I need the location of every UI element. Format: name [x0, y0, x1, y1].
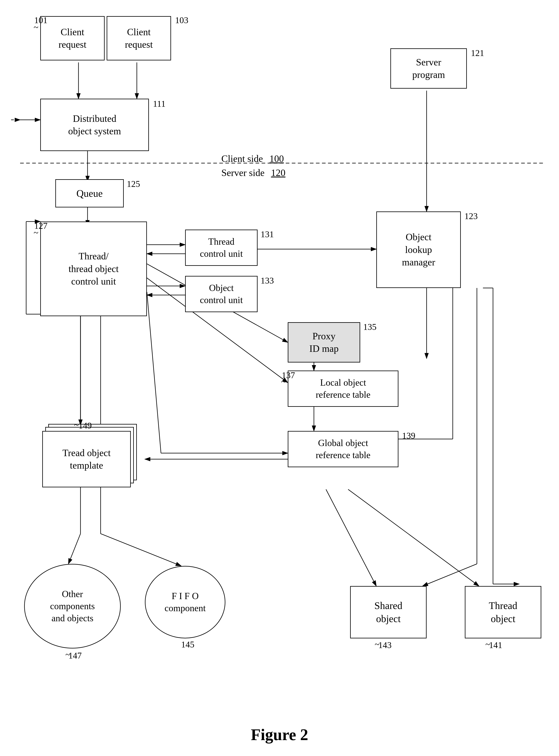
thread-object-box: Threadobject [465, 586, 541, 639]
local-object-ref-tilde: ~ [281, 376, 286, 387]
local-object-ref-table-box: Local objectreference table [288, 370, 398, 407]
svg-line-26 [326, 489, 376, 586]
queue-box: Queue [55, 179, 124, 208]
client-request-1-tilde: ~ [33, 22, 39, 33]
svg-line-27 [348, 489, 479, 586]
proxy-id-map-box: ProxyID map [288, 322, 360, 363]
other-components-tilde: ~ [65, 649, 70, 660]
fifo-component-label: F I F Ocomponent [164, 590, 206, 614]
tread-object-template-label: Tread objecttemplate [62, 447, 111, 472]
shared-object-label: Sharedobject [375, 599, 402, 625]
object-lookup-manager-label: Objectlookupmanager [402, 231, 435, 268]
object-lookup-manager-box: Objectlookupmanager [376, 212, 461, 288]
local-object-ref-table-label: Local objectreference table [316, 376, 371, 401]
thread-object-label: Threadobject [489, 599, 517, 625]
client-request-1-box: Clientrequest [40, 16, 105, 60]
client-side-ref: 100 [269, 153, 284, 164]
thread-thread-tilde: ~ [33, 228, 39, 238]
other-components-ellipse: Othercomponentsand objects [24, 564, 121, 648]
shared-object-box: Sharedobject [350, 586, 427, 639]
client-request-2-label: Clientrequest [125, 26, 153, 51]
server-side-label: Server side 120 [221, 167, 286, 178]
tread-object-template-box: Tread objecttemplate [42, 431, 131, 487]
object-control-unit-label: Objectcontrol unit [200, 282, 243, 306]
distributed-object-system-box: Distributedobject system [40, 99, 149, 151]
global-object-ref-ref: 139 [402, 431, 415, 441]
proxy-id-map-label: ProxyID map [309, 330, 338, 355]
svg-line-20 [147, 292, 161, 453]
client-request-2-ref: 103 [175, 15, 188, 25]
global-object-ref-table-label: Global objectreference table [316, 437, 371, 461]
fifo-component-ellipse: F I F Ocomponent [145, 566, 225, 639]
queue-label: Queue [76, 187, 103, 200]
object-lookup-ref: 123 [465, 211, 478, 221]
proxy-id-map-ref: 135 [363, 322, 377, 332]
queue-ref: 125 [127, 179, 140, 189]
thread-thread-object-control-unit-box: Thread/thread objectcontrol unit [40, 221, 147, 316]
thread-thread-object-control-unit-label: Thread/thread objectcontrol unit [68, 250, 118, 287]
shared-object-tilde: ~ [375, 639, 380, 649]
thread-control-unit-label: Threadcontrol unit [200, 236, 243, 260]
thread-control-unit-box: Threadcontrol unit [185, 230, 258, 266]
client-side-label: Client side 100 [221, 153, 284, 164]
global-object-ref-table-box: Global objectreference table [288, 431, 398, 467]
figure-label: Figure 2 [0, 726, 559, 744]
client-request-1-label: Clientrequest [59, 26, 87, 51]
svg-line-36 [100, 534, 181, 566]
tread-object-template-tilde: ~ [74, 420, 79, 430]
object-control-ref: 133 [261, 276, 274, 286]
shared-object-ref: 143 [378, 640, 392, 650]
thread-object-tilde: ~ [485, 639, 490, 649]
other-components-ref: 147 [68, 650, 82, 661]
distributed-object-system-label: Distributedobject system [68, 112, 121, 137]
tread-object-template-ref: 149 [79, 420, 92, 431]
svg-line-34 [68, 534, 81, 564]
server-program-box: Serverprogram [390, 48, 467, 89]
client-request-2-box: Clientrequest [107, 16, 171, 60]
object-control-unit-box: Objectcontrol unit [185, 276, 258, 312]
server-side-ref: 120 [271, 167, 286, 178]
thread-object-ref: 141 [489, 640, 502, 650]
server-program-label: Serverprogram [412, 56, 445, 81]
server-program-ref: 121 [471, 48, 484, 58]
thread-control-ref: 131 [261, 229, 274, 239]
distributed-object-system-ref: 111 [153, 99, 165, 109]
other-components-label: Othercomponentsand objects [50, 588, 95, 624]
svg-line-29 [423, 564, 477, 586]
fifo-component-ref: 145 [181, 640, 194, 650]
